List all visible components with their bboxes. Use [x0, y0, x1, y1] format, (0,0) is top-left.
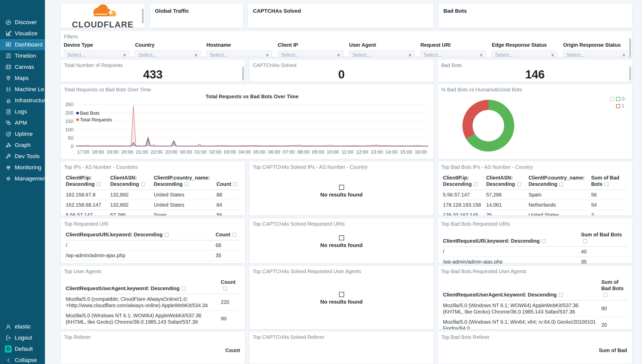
collapse-icon	[5, 357, 12, 363]
filter-group: User AgentSelect...∨	[349, 42, 415, 57]
column-header[interactable]: Sum of Bad	[599, 348, 627, 353]
donut-legend-item-1[interactable]: 1	[608, 103, 625, 110]
donut-chart[interactable]	[438, 93, 632, 159]
column-header[interactable]: Sum of Bad Bots	[601, 278, 627, 301]
legend-item-bad-bots[interactable]: Bad Bots	[76, 110, 112, 117]
filter-select-hostname[interactable]: Select...∨	[206, 50, 272, 57]
sidebar-footer-item-space-default[interactable]: DDefault	[0, 343, 45, 355]
sidebar-item-visualize[interactable]: Visualize	[0, 28, 45, 39]
column-header[interactable]: Sum of Bad Bots	[581, 230, 627, 247]
donut-legend: 01	[608, 95, 625, 110]
filter-select-origin-response-status[interactable]: Select...∨	[563, 50, 629, 57]
column-header[interactable]: ClientIP.country_name: Descending	[154, 174, 216, 190]
column-header[interactable]: ClientRequestURI.keyword: Descending	[443, 230, 581, 247]
sidebar-item-monitoring[interactable]: Monitoring	[0, 162, 45, 173]
filter-label: Client IP	[278, 42, 344, 48]
data-table: ClientRequestUserAgent.keyword: Descendi…	[66, 278, 240, 327]
sidebar-item-canvas[interactable]: Canvas	[0, 61, 45, 73]
sort-checkbox[interactable]	[603, 293, 607, 297]
sidebar-item-maps[interactable]: Maps	[0, 73, 45, 84]
column-header[interactable]: ClientIP.country_name: Descending	[528, 174, 591, 190]
column-header[interactable]: ClientASN: Descending	[110, 174, 154, 190]
filter-group: CountrySelect...∨	[135, 42, 201, 57]
svg-text:19:00: 19:00	[107, 149, 119, 155]
sidebar-footer-item-user[interactable]: elastic	[0, 321, 45, 332]
data-table: ClientRequestURI.keyword: DescendingCoun…	[66, 230, 240, 264]
sort-checkbox[interactable]	[604, 182, 608, 186]
sort-checkbox[interactable]	[185, 182, 189, 186]
filter-select-client-ip[interactable]: Select...∨	[278, 50, 344, 57]
column-header[interactable]: Count	[225, 348, 240, 353]
panel-title: Bad Bots	[438, 59, 632, 68]
filter-select-request-uri[interactable]: Select...∨	[420, 50, 486, 57]
filter-select-user-agent[interactable]: Select...∨	[349, 50, 415, 57]
column-header[interactable]: ClientIP.ip: Descending	[443, 174, 486, 190]
metric-value: 433	[60, 69, 245, 82]
sort-checkbox[interactable]	[233, 182, 237, 186]
sort-checkbox[interactable]	[583, 239, 587, 243]
table-cell: 40	[581, 246, 627, 257]
svg-text:Total Requests vs Bad Bots Ove: Total Requests vs Bad Bots Over Time	[205, 94, 298, 99]
sidebar-item-logs[interactable]: Logs	[0, 106, 45, 117]
header-row: CLOUDFLARE Global Traffic CAPTCHAs Solve…	[60, 3, 633, 28]
sort-checkbox[interactable]	[141, 182, 145, 186]
sidebar-item-machine-learning[interactable]: Machine Le…	[0, 84, 45, 95]
sort-checkbox[interactable]	[559, 293, 563, 297]
column-header[interactable]: Sum of Bad Bots	[591, 174, 627, 190]
sidebar-item-management[interactable]: Management	[0, 173, 45, 184]
legend-swatch-1	[616, 104, 620, 108]
panel-scrollbar[interactable]	[142, 9, 144, 23]
panel-scrollbar[interactable]	[629, 38, 631, 57]
sidebar-footer-item-logout[interactable]: Logout	[0, 332, 45, 343]
table-cell: 35	[581, 257, 627, 264]
sidebar-item-apm[interactable]: APM	[0, 117, 45, 128]
svg-text:21:00: 21:00	[136, 149, 148, 155]
filter-select-country[interactable]: Select...∨	[135, 50, 201, 57]
table-row: 128.32.162.14525United States2	[443, 210, 627, 216]
sidebar-item-infrastructure[interactable]: Infrastructure	[0, 95, 45, 106]
panel-title: Global Traffic	[150, 4, 243, 14]
line-chart[interactable]: 05010015020025017:0018:0019:0020:0021:00…	[60, 93, 434, 159]
column-header[interactable]: Count	[221, 278, 240, 294]
svg-text:04:00: 04:00	[239, 149, 251, 155]
column-header[interactable]: ClientRequestUserAgent.keyword: Descendi…	[66, 278, 221, 294]
sidebar-footer-item-collapse[interactable]: Collapse	[0, 355, 45, 364]
column-header[interactable]: ClientRequestUserAgent.keyword: Descendi…	[443, 278, 601, 301]
sort-checkbox[interactable]	[97, 182, 101, 186]
sidebar-item-uptime[interactable]: Uptime	[0, 128, 45, 140]
chevron-down-icon: ∨	[551, 52, 554, 57]
sort-checkbox[interactable]	[542, 239, 546, 243]
column-header[interactable]: Count	[216, 230, 240, 240]
sidebar-item-dev-tools[interactable]: Dev Tools	[0, 151, 45, 162]
sort-checkbox[interactable]	[182, 287, 186, 291]
svg-text:14:00: 14:00	[386, 149, 398, 155]
sort-checkbox[interactable]	[223, 287, 227, 291]
legend-item-total-requests[interactable]: Total Requests	[76, 117, 112, 123]
panel-scrollbar[interactable]	[242, 67, 244, 80]
sidebar-item-label: Visualize	[15, 30, 37, 37]
filter-select-device-type[interactable]: Select...∨	[64, 50, 130, 57]
sidebar-item-discover[interactable]: Discover	[0, 17, 45, 28]
sort-checkbox[interactable]	[517, 182, 521, 186]
sort-checkbox[interactable]	[165, 233, 169, 237]
panel-scrollbar[interactable]	[629, 67, 631, 80]
svg-text:11:00: 11:00	[342, 149, 353, 155]
graph-icon	[5, 142, 12, 148]
sidebar-item-timelion[interactable]: Timelion	[0, 50, 45, 61]
sort-checkbox[interactable]	[232, 233, 236, 237]
sidebar-item-dashboard[interactable]: Dashboard	[0, 39, 45, 50]
column-header[interactable]: ClientASN: Descending	[486, 174, 528, 190]
apm-icon	[5, 120, 12, 126]
sort-checkbox[interactable]	[559, 182, 563, 186]
column-header[interactable]: ClientIP.ip: Descending	[66, 174, 110, 190]
visualize-icon	[5, 30, 12, 37]
sort-checkbox[interactable]	[474, 182, 478, 186]
column-header[interactable]: ClientRequestURI.keyword: Descending	[66, 230, 216, 240]
filter-select-edge-response-status[interactable]: Select...∨	[492, 50, 557, 57]
sidebar-item-graph[interactable]: Graph	[0, 140, 45, 151]
legend-missing-swatch	[610, 97, 614, 101]
column-header[interactable]: Count	[216, 174, 240, 190]
table-cell: 54	[591, 200, 627, 210]
donut-legend-item-0[interactable]: 0	[608, 95, 625, 103]
svg-text:17:00: 17:00	[77, 149, 89, 155]
